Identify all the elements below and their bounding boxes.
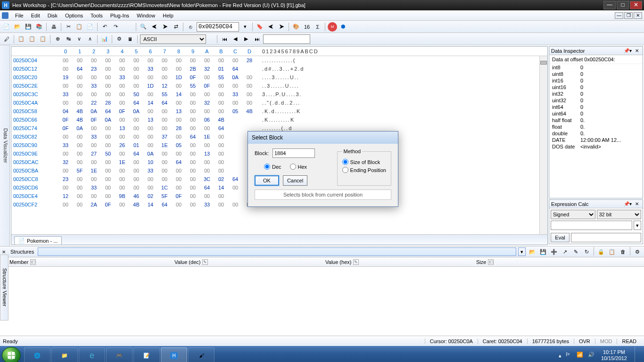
volume-icon[interactable]: 🔊 [588, 352, 595, 359]
hex-byte[interactable]: 12 [58, 192, 73, 200]
hex-byte[interactable]: 33 [115, 73, 129, 82]
hex-byte[interactable]: 00 [172, 82, 186, 90]
hex-byte[interactable]: 00 [172, 166, 186, 175]
hex-byte[interactable]: 00 [87, 175, 101, 183]
op-or-button[interactable]: ∨ [74, 34, 84, 44]
hex-byte[interactable]: 32 [200, 65, 214, 73]
system-clock[interactable]: 10:17 PM 10/15/2012 [599, 349, 629, 362]
start-button[interactable] [2, 347, 21, 362]
hex-byte[interactable]: 0F [115, 107, 129, 115]
struct-copy-button[interactable]: 📋 [607, 247, 617, 256]
hex-byte[interactable]: 26 [115, 141, 129, 149]
hex-byte[interactable]: 00 [101, 124, 115, 132]
hex-byte[interactable]: 1C [157, 183, 172, 192]
menu-file[interactable]: File [11, 12, 27, 19]
hex-byte[interactable]: 00 [172, 56, 186, 65]
hex-byte[interactable] [242, 115, 256, 124]
hex-byte[interactable]: 00 [172, 99, 186, 107]
hex-byte[interactable]: 0A [73, 124, 87, 132]
hex-byte[interactable]: 00 [73, 192, 87, 200]
hex-byte[interactable]: 00 [87, 141, 101, 149]
hex-byte[interactable]: 00 [172, 115, 186, 124]
hex-byte[interactable]: 00 [101, 166, 115, 175]
hex-byte[interactable]: 00 [101, 73, 115, 82]
hex-byte[interactable]: 28 [172, 124, 186, 132]
struct-open-button[interactable]: 📂 [528, 247, 537, 256]
hex-byte[interactable]: 00 [200, 90, 214, 99]
hex-byte[interactable]: 00 [242, 73, 256, 82]
find-next-button[interactable]: ⮞ [160, 22, 170, 32]
goto-button[interactable]: ⎋ [186, 22, 195, 32]
struct-edit-button[interactable]: ✎ [571, 247, 580, 256]
hex-byte[interactable]: 00 [186, 99, 200, 107]
hex-byte[interactable]: 33 [143, 166, 157, 175]
hex-byte[interactable]: 00 [172, 175, 186, 183]
new-file-button[interactable]: 📄 [2, 22, 11, 32]
hex-byte[interactable]: 01 [214, 65, 228, 73]
hex-byte[interactable] [228, 166, 242, 175]
hex-byte[interactable]: 13 [143, 115, 157, 124]
hex-byte[interactable]: 00 [214, 192, 228, 200]
data-visualizer-tab[interactable]: Data Visualizer [0, 45, 10, 246]
hex-row[interactable]: 00250C58044B0A640F0A000013000000054B.K.d… [11, 107, 547, 115]
hex-byte[interactable]: 00 [129, 175, 143, 183]
hex-byte[interactable]: 00 [73, 73, 87, 82]
hex-byte[interactable]: 00 [172, 149, 186, 158]
hex-byte[interactable]: 00 [186, 200, 200, 209]
hex-row[interactable]: 00250C040000000000000000000000000028....… [11, 56, 547, 65]
hex-byte[interactable]: 0F [172, 192, 186, 200]
hex-byte[interactable]: 00 [157, 166, 172, 175]
taskbar-app-explorer[interactable]: 📁 [51, 347, 78, 362]
col-value-hex[interactable]: Value (hex)✎ [322, 259, 473, 265]
hex-byte[interactable]: 00 [101, 192, 115, 200]
hex-byte[interactable]: 00 [58, 82, 73, 90]
hex-byte[interactable]: 00 [129, 158, 143, 166]
hex-byte[interactable]: 00 [214, 132, 228, 141]
hex-scrollbar[interactable] [539, 56, 547, 234]
hex-byte[interactable]: 37 [157, 132, 172, 141]
hex-byte[interactable]: 00 [228, 56, 242, 65]
hex-byte[interactable]: 00 [143, 107, 157, 115]
taskbar-app-hexworkshop[interactable]: H [161, 347, 187, 362]
hex-row[interactable]: 00250C2019000000330000001D0F00550A00....… [11, 73, 547, 82]
menu-tools[interactable]: Tools [87, 12, 107, 19]
hex-byte[interactable]: 64 [129, 149, 143, 158]
hex-byte[interactable]: 00 [58, 166, 73, 175]
menu-window[interactable]: Window [133, 12, 159, 19]
hex-byte[interactable]: 10 [143, 158, 157, 166]
goto-dropdown[interactable]: ▾ [240, 22, 250, 32]
hex-byte[interactable]: 28 [242, 56, 256, 65]
struct-settings-button[interactable]: ⚙ [633, 247, 642, 256]
hex-ascii[interactable]: .d#...3...+2.d [256, 65, 304, 73]
hex-byte[interactable]: 00 [115, 175, 129, 183]
hex-byte[interactable]: 64 [157, 99, 172, 107]
menu-help[interactable]: Help [159, 12, 177, 19]
hex-byte[interactable]: 00 [228, 200, 242, 209]
hex-byte[interactable]: 00 [228, 82, 242, 90]
hex-byte[interactable]: 9B [115, 192, 129, 200]
data-inspector-row[interactable]: int160 [549, 77, 643, 84]
hex-byte[interactable]: 0A [143, 149, 157, 158]
hex-byte[interactable]: 06 [200, 115, 214, 124]
radio-dec[interactable]: Dec [264, 164, 281, 170]
hex-byte[interactable]: 00 [129, 56, 143, 65]
bookmark-next-button[interactable]: ⮞ [277, 22, 286, 32]
nav-input[interactable] [263, 34, 310, 44]
hex-byte[interactable]: 00 [228, 183, 242, 192]
hex-byte[interactable]: 00 [101, 183, 115, 192]
nav-next-button[interactable]: ▶ [241, 34, 251, 44]
panel-close-icon[interactable]: ✕ [635, 48, 641, 54]
hex-byte[interactable]: 00 [58, 132, 73, 141]
hex-byte[interactable]: 00 [101, 90, 115, 99]
hex-byte[interactable]: 0A [87, 107, 101, 115]
checksum-button[interactable]: Σ [313, 22, 322, 32]
taskbar-app-ie[interactable]: e [79, 347, 105, 362]
hex-ascii[interactable]: .."(.d.d..2... [256, 99, 300, 107]
hex-byte[interactable]: 00 [101, 56, 115, 65]
hex-byte[interactable]: 33 [200, 200, 214, 209]
hex-byte[interactable]: 55 [157, 90, 172, 99]
hex-byte[interactable]: 00 [214, 90, 228, 99]
hex-byte[interactable]: 00 [115, 200, 129, 209]
hex-byte[interactable]: 00 [242, 90, 256, 99]
hex-byte[interactable]: 00 [73, 82, 87, 90]
